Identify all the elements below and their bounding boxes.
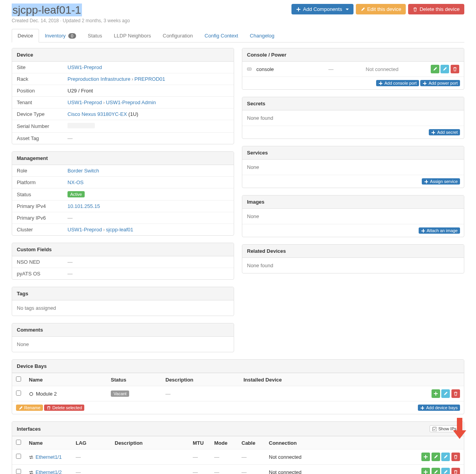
tab-status[interactable]: Status (82, 29, 108, 43)
device-bay-row: Module 2 Vacant — (12, 386, 464, 401)
delete-port-button[interactable] (451, 65, 459, 73)
plus-icon (296, 7, 301, 12)
add-components-button[interactable]: Add Components (291, 4, 353, 14)
tab-device[interactable]: Device (12, 29, 39, 43)
connect-iface-button[interactable] (432, 453, 440, 461)
services-panel: Services None Assign service (242, 146, 464, 188)
delete-iface-button[interactable] (451, 453, 460, 461)
edit-port-button[interactable] (440, 65, 449, 73)
secrets-panel: Secrets None found Add secret (242, 97, 464, 139)
management-panel: Management RoleBorder Switch PlatformNX-… (12, 151, 234, 236)
tab-changelog[interactable]: Changelog (244, 29, 280, 43)
edit-iface-button[interactable] (441, 453, 450, 461)
platform-link[interactable]: NX-OS (67, 179, 83, 185)
keyboard-icon (247, 67, 252, 71)
console-power-panel: Console / Power console — Not connected … (242, 48, 464, 90)
select-all-ifaces[interactable] (16, 440, 21, 445)
pencil-icon (361, 7, 365, 12)
delete-bay-button[interactable] (451, 389, 460, 398)
device-type-link[interactable]: Cisco Nexus 93180YC-EX (67, 111, 127, 117)
comments-panel: Comments None (12, 323, 234, 352)
rack-link[interactable]: PREPROD01 (134, 76, 165, 82)
trash-icon (413, 7, 417, 12)
tags-panel: Tags No tags assigned (12, 287, 234, 316)
delete-device-button[interactable]: Delete this device (408, 4, 464, 14)
edit-iface-button[interactable] (441, 468, 450, 474)
tab-context[interactable]: Config Context (199, 29, 244, 43)
exchange-icon (29, 470, 34, 474)
serial-redacted (67, 123, 95, 128)
bay-checkbox[interactable] (16, 391, 21, 396)
add-secret-button[interactable]: Add secret (429, 129, 460, 135)
tenant-group-link[interactable]: USW1-Preprod (67, 99, 102, 105)
role-link[interactable]: Border Switch (67, 168, 99, 174)
connect-iface-button[interactable] (432, 468, 440, 474)
show-ips-button[interactable]: Show IPs (430, 425, 459, 432)
edit-bay-button[interactable] (441, 389, 450, 398)
vacant-badge: Vacant (111, 391, 129, 397)
interfaces-panel: Interfaces Show IPs Name LAG Description… (12, 421, 464, 474)
page-title: sjcpp-leaf01-1 (12, 4, 130, 16)
iface-link[interactable]: Ethernet1/1 (36, 454, 62, 460)
edit-device-button[interactable]: Edit this device (356, 4, 406, 14)
console-port-name: console (256, 66, 274, 72)
install-button[interactable] (432, 389, 440, 398)
interface-row: Ethernet1/2 — ——— Not connected (12, 465, 464, 474)
tab-lldp[interactable]: LLDP Neighbors (108, 29, 157, 43)
nav-tabs: Device Inventory 0 Status LLDP Neighbors… (12, 29, 464, 43)
add-power-port-button[interactable]: Add power port (420, 80, 460, 86)
iface-checkbox[interactable] (16, 469, 21, 474)
add-console-port-button[interactable]: Add console port (376, 80, 419, 86)
page-meta: Created Dec. 14, 2018 · Updated 2 months… (12, 18, 130, 23)
rename-button[interactable]: Rename (16, 405, 43, 411)
cluster-group-link[interactable]: USW1-Preprod (67, 227, 102, 233)
add-ip-button[interactable] (421, 453, 430, 461)
circle-icon (29, 392, 34, 396)
iface-checkbox[interactable] (16, 454, 21, 459)
iface-link[interactable]: Ethernet1/2 (36, 469, 62, 474)
select-all-bays[interactable] (16, 376, 21, 382)
interface-row: Ethernet1/1 — ——— Not connected (12, 449, 464, 465)
ipv4-link[interactable]: 10.101.255.15 (67, 203, 100, 209)
tab-config[interactable]: Configuration (157, 29, 199, 43)
cluster-link[interactable]: sjcpp-leaf01 (106, 227, 133, 233)
custom-fields-panel: Custom Fields NSO NED— pyATS OS— (12, 243, 234, 280)
rack-group-link[interactable]: Preproduction Infrastructure (67, 76, 130, 82)
device-panel: Device SiteUSW1-Preprod RackPreproductio… (12, 48, 234, 144)
add-ip-button[interactable] (421, 468, 430, 474)
connect-button[interactable] (431, 65, 439, 73)
delete-iface-button[interactable] (451, 468, 460, 474)
attach-image-button[interactable]: Attach an image (419, 227, 460, 234)
assign-service-button[interactable]: Assign service (422, 178, 460, 185)
tenant-link[interactable]: USW1-Preprod Admin (106, 99, 156, 105)
site-link[interactable]: USW1-Preprod (67, 64, 102, 70)
add-device-bays-button[interactable]: Add device bays (418, 405, 460, 411)
related-devices-panel: Related Devices None found (242, 244, 464, 273)
device-bays-panel: Device Bays Name Status Description Inst… (12, 359, 464, 414)
status-badge: Active (67, 191, 85, 197)
tab-inventory[interactable]: Inventory 0 (39, 29, 82, 43)
images-panel: Images None Attach an image (242, 195, 464, 237)
exchange-icon (29, 455, 34, 460)
delete-selected-button[interactable]: Delete selected (44, 405, 84, 411)
